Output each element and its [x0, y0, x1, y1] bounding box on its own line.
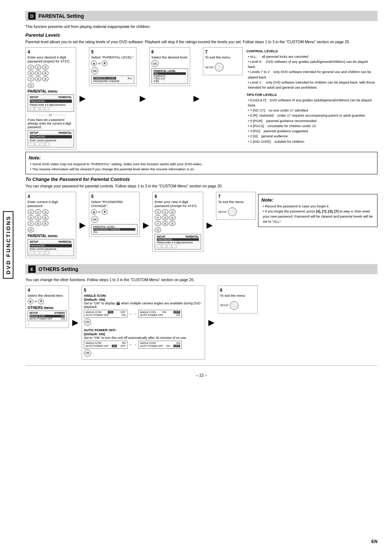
pwd-note-1: Record the password in case you forget i…: [263, 204, 374, 209]
step-5-others: 5 ANGLE ICON: (Default: ON) Set to "ON" …: [82, 285, 205, 360]
angle-icon-default: (Default: ON): [84, 297, 203, 301]
cl-8: Level 8: DVD software of any grades (adu…: [248, 59, 376, 70]
setup-btn-area-7pwd: SETUP: [218, 206, 254, 218]
tip-8: 8 [ADULT]: DVD software of any grades (a…: [248, 98, 376, 108]
step-4-others-num: 4: [28, 288, 67, 293]
updown-indicator: ↕: [28, 323, 67, 326]
page-number: – 22 –: [25, 373, 377, 377]
others-steps: 4 Select the desired item. ▲ or ▼ OTHERS…: [25, 285, 377, 360]
step-6-num: 6: [151, 49, 188, 54]
others-menu-label: OTHERS menu: [28, 306, 67, 310]
level-8: 8 [ADULT]: [154, 75, 186, 77]
password-item: PASSWORD: [30, 100, 72, 103]
step-4-parental: 4 Enter your desired 4-digit password (e…: [25, 47, 76, 150]
btn-4: 4: [28, 70, 34, 76]
others-menu-mockup: SETUP OTHERS ANGLE ICON ON AUTO POWER OF…: [28, 311, 67, 321]
parental-menu-mockup-1: SETUP PARENTAL PASSWORD Please enter a 4…: [28, 94, 74, 112]
ok-btn-pwd-5: OK: [91, 216, 98, 223]
level-6: 6 [R]: [154, 80, 186, 82]
angle-icon-title: ANGLE ICON:: [84, 293, 203, 297]
step-4-pwd: 4 Enter current 4-digit password. 1 2 3 …: [25, 192, 76, 258]
tip-2: 2 [G]: general audience: [248, 134, 376, 139]
auto-power-section: AUTO POWER OFF: (Default: ON) Set to "ON…: [84, 328, 203, 357]
step-7-pwd-num: 7: [218, 194, 254, 199]
section-e-description: You can change the other functions. Foll…: [25, 277, 377, 283]
pwd-note-list: Record the password in case you forget i…: [261, 204, 374, 224]
nav-arrows-5: ▲ or ▼: [91, 60, 134, 66]
tips-title: TIPS FOR LEVELS: [246, 92, 376, 97]
auto-off-mockup: ANGLE ICON ON AUTO POWER OFF ON OFF: [138, 341, 182, 349]
angle-icon-section: ANGLE ICON: (Default: ON) Set to "ON" to…: [84, 293, 203, 326]
btn-8: 8: [35, 76, 41, 81]
step-4-text: Enter your desired 4-digit password (exp…: [28, 55, 70, 63]
numpad-1: 1 2 3 4 5 6 7 8 9: [28, 65, 74, 81]
step-4-num: 4: [28, 49, 74, 54]
step-7-parental: 7 To exit the menu SETUP: [203, 47, 243, 75]
parental-levels-description: Parental level allows you to set the rat…: [25, 39, 377, 45]
cl-all: ALL: all parental locks are canceled.: [248, 54, 376, 59]
tip-1: 1 [KID SAFE]: suitable for children: [248, 139, 376, 144]
dashed-or-1: ············ or ·············: [28, 113, 74, 117]
step-6-others-text: To exit the menu: [220, 293, 245, 297]
tips-list: 8 [ADULT]: DVD software of any grades (a…: [246, 98, 376, 144]
arrow-others-5-6: ▶: [208, 319, 215, 327]
down-btn: ▼: [102, 60, 107, 66]
arrow-4-5: ▶: [79, 94, 86, 102]
step-6-others: 6 To exit the menu SETUP: [218, 285, 258, 313]
setup-btn-area-7: SETUP: [205, 61, 241, 73]
cpwd-box-3: [40, 142, 44, 146]
step-7-pwd: 7 To exit the menu SETUP: [216, 192, 256, 220]
cl-1: Level 1: only DVD software intended for …: [248, 80, 376, 90]
btn-2: 2: [35, 65, 41, 70]
password-item-2: PASSWORD: [30, 135, 72, 138]
parental-menu-label-pwd: PARENTAL menu: [28, 234, 74, 238]
auto-power-desc: Set to "ON" to turn this unit off automa…: [84, 336, 203, 340]
control-levels-list: ALL: all parental locks are canceled. Le…: [246, 54, 376, 90]
if-password-text: If you have set a password already, ente…: [28, 118, 74, 129]
ok-btn-auto: OK: [84, 349, 91, 357]
pwd-note-2: If you forget the password, press [4], […: [263, 209, 374, 224]
step-5-parental: 5 Select "PARENTAL LEVEL". ▲ or ▼ OK PAR…: [89, 47, 136, 86]
pwd-box-1: [30, 107, 34, 110]
step-7-text: To exit the menu: [205, 55, 230, 59]
en-label: EN: [371, 539, 377, 544]
numpad-pwd-new: 1 2 3 4 5 6 7 8 9: [155, 209, 201, 226]
step-4-pwd-num: 4: [28, 194, 74, 199]
others-menu-header: SETUP OTHERS: [29, 312, 65, 315]
parental-levels-steps: 4 Enter your desired 4-digit password (e…: [25, 47, 377, 150]
parental-level-mockup: PARENTAL LEVEL ALL PASSWORD CHANGE: [91, 76, 134, 84]
cpwd-box-4: [45, 142, 49, 146]
nav-arrows-pwd-5: ▲ or ▼: [91, 209, 138, 215]
ok-btn-5: OK: [91, 67, 98, 74]
btn-5: 5: [35, 70, 41, 76]
enter-current-msg: Enter current password.: [30, 139, 72, 142]
angle-mockup-row: ANGLE ICON ON OFF AUTO POWER OFF ON ← →: [84, 310, 203, 318]
auto-power-mockup-row: ANGLE ICON ON AUTO POWER OFF ON OFF ← →: [84, 341, 203, 349]
ok-btn-6: OK: [151, 60, 159, 67]
arrow-off: ←: [129, 312, 132, 316]
step-6-others-num: 6: [220, 288, 256, 293]
section-d-header: D PARENTAL Setting: [25, 11, 377, 21]
step-6-pwd: 6 Enter your new 4-digit password (excep…: [152, 192, 203, 252]
section-d: D PARENTAL Setting This function prevent…: [25, 11, 377, 258]
step-7-pwd-text: To exit the menu: [218, 200, 244, 204]
pwd-change-option: PASSWORD CHANGE: [93, 80, 132, 82]
parental-menu-label-1: PARENTAL menu: [28, 89, 74, 93]
note-1-item-2: The resume information will be cleared i…: [30, 167, 374, 172]
step-5-pwd-num: 5: [91, 194, 138, 199]
angle-icon-row: ANGLE ICON ON: [29, 315, 65, 317]
section-d-description: This function prevents unit from playing…: [25, 24, 377, 29]
pwd-change-mockup: PARENTAL LEVEL PASSWORD CHANGE ALL: [91, 224, 138, 235]
password-change-steps: 4 Enter current 4-digit password. 1 2 3 …: [25, 192, 377, 258]
control-levels-title: CONTROL LEVELS: [246, 49, 376, 54]
step-4-pwd-text: Enter current 4-digit password.: [28, 200, 58, 208]
btn-9: 9: [42, 76, 49, 81]
step-7-num: 7: [205, 49, 241, 54]
btn-6: 6: [42, 70, 49, 76]
pwd-box-4: [45, 107, 49, 110]
setup-btn-others: [230, 301, 238, 310]
btn-0: 0: [28, 83, 34, 88]
password-section-desc: You can change your password for parenta…: [25, 183, 377, 189]
section-e-letter: E: [28, 266, 36, 273]
control-levels-box: CONTROL LEVELS ALL: all parental locks a…: [245, 47, 377, 146]
